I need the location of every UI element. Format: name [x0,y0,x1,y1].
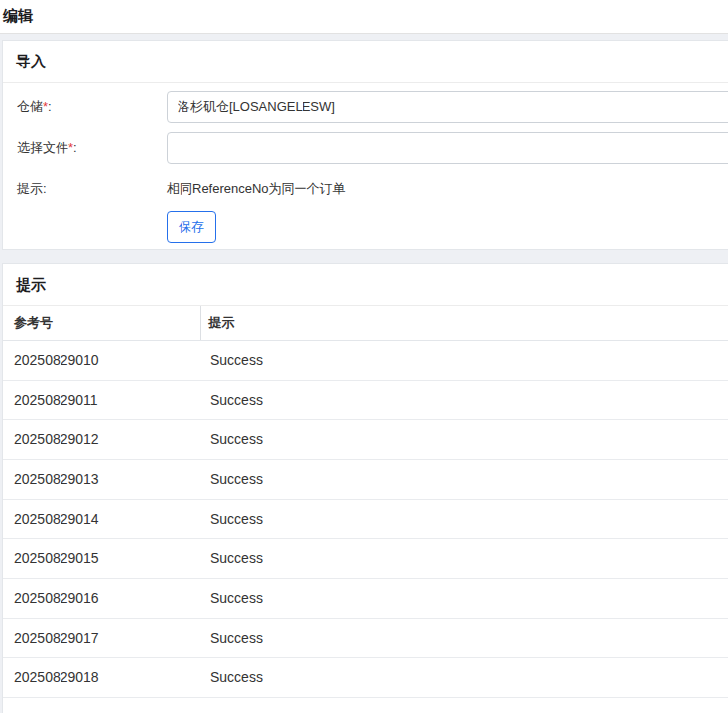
result-table-body: 20250829010 Success 20250829011 Success … [3,340,728,697]
tip-cell: Success [200,578,728,618]
reference-no-cell: 20250829017 [3,618,200,657]
tip-cell: Success [200,657,728,697]
column-header-tip: 提示 [200,306,728,340]
tip-label: 提示: [17,180,167,198]
warehouse-field-row: 仓储*: [17,91,728,123]
tip-value-text: 相同ReferenceNo为同一个订单 [167,180,728,198]
tip-label-text: 提示 [17,181,43,196]
result-table-head: 参考号 提示 [3,306,728,340]
tip-cell: Success [200,499,728,538]
reference-no-cell: 20250829016 [3,578,200,618]
warehouse-label: 仓储*: [17,98,167,116]
tip-field-row: 提示: 相同ReferenceNo为同一个订单 [17,179,728,199]
result-table: 参考号 提示 20250829010 Success 20250829011 S… [3,306,728,698]
import-panel-header: 导入 [3,41,728,83]
warehouse-label-text: 仓储 [17,99,43,114]
save-button[interactable]: 保存 [167,211,216,243]
reference-no-cell: 20250829010 [3,340,200,380]
table-row: 20250829010 Success [3,340,728,380]
file-control [167,132,728,164]
reference-no-cell: 20250829015 [3,538,200,578]
table-row: 20250829013 Success [3,459,728,499]
tip-cell: Success [200,419,728,459]
import-panel: 导入 仓储*: 选择文件*: 提示: 相同ReferenceNo为同一个订单 保… [2,40,728,250]
reference-no-cell: 20250829018 [3,657,200,697]
table-row: 20250829015 Success [3,538,728,578]
label-colon: : [73,140,77,155]
warehouse-control [167,91,728,123]
result-panel-title: 提示 [16,276,46,295]
file-input[interactable] [167,132,728,164]
page-header: 编辑 [0,0,728,34]
reference-no-cell: 20250829012 [3,419,200,459]
table-row: 20250829016 Success [3,578,728,618]
page-title: 编辑 [3,7,33,26]
table-row: 20250829012 Success [3,419,728,459]
tip-cell: Success [200,340,728,380]
reference-no-cell: 20250829011 [3,380,200,419]
reference-no-cell: 20250829013 [3,459,200,499]
column-header-reference-no: 参考号 [3,306,200,340]
warehouse-input[interactable] [167,91,728,123]
file-label-text: 选择文件 [17,140,68,155]
tip-cell: Success [200,459,728,499]
result-panel-header: 提示 [3,264,728,306]
button-row: 保存 [167,211,728,243]
tip-cell: Success [200,380,728,419]
label-colon: : [43,181,47,196]
result-table-header-row: 参考号 提示 [3,306,728,340]
table-row: 20250829011 Success [3,380,728,419]
file-field-row: 选择文件*: [17,132,728,164]
result-panel: 提示 参考号 提示 20250829010 Success 2025082901… [2,263,728,713]
table-row: 20250829018 Success [3,657,728,697]
tip-cell: Success [200,618,728,657]
tip-cell: Success [200,538,728,578]
label-colon: : [48,99,52,114]
table-row: 20250829014 Success [3,499,728,538]
reference-no-cell: 20250829014 [3,499,200,538]
table-row: 20250829017 Success [3,618,728,657]
import-form: 仓储*: 选择文件*: 提示: 相同ReferenceNo为同一个订单 保存 [3,83,728,249]
file-label: 选择文件*: [17,139,167,157]
import-panel-title: 导入 [16,53,46,71]
